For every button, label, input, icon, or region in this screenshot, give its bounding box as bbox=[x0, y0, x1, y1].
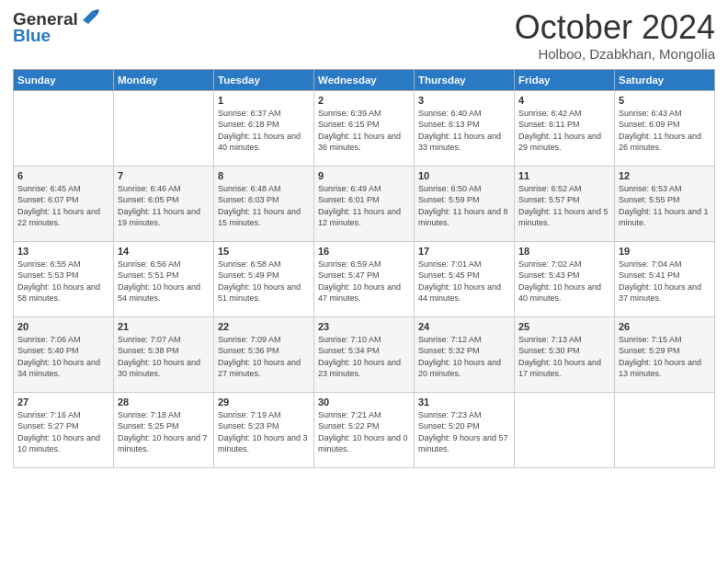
calendar-cell: 30Sunrise: 7:21 AMSunset: 5:22 PMDayligh… bbox=[314, 392, 415, 467]
calendar-cell: 10Sunrise: 6:50 AMSunset: 5:59 PMDayligh… bbox=[415, 166, 515, 241]
day-info: Sunrise: 7:07 AMSunset: 5:38 PMDaylight:… bbox=[118, 334, 210, 380]
day-number: 21 bbox=[118, 321, 210, 332]
day-number: 3 bbox=[418, 95, 510, 106]
day-number: 18 bbox=[518, 246, 610, 257]
day-info: Sunrise: 6:50 AMSunset: 5:59 PMDaylight:… bbox=[418, 183, 510, 229]
day-number: 4 bbox=[518, 95, 610, 106]
day-number: 25 bbox=[518, 321, 610, 332]
day-header-friday: Friday bbox=[515, 69, 615, 90]
calendar-cell: 17Sunrise: 7:01 AMSunset: 5:45 PMDayligh… bbox=[415, 241, 515, 316]
day-info: Sunrise: 6:42 AMSunset: 6:11 PMDaylight:… bbox=[518, 108, 610, 154]
calendar-cell: 18Sunrise: 7:02 AMSunset: 5:43 PMDayligh… bbox=[515, 241, 615, 316]
day-header-monday: Monday bbox=[114, 69, 214, 90]
calendar-cell: 2Sunrise: 6:39 AMSunset: 6:15 PMDaylight… bbox=[314, 90, 415, 166]
day-info: Sunrise: 6:59 AMSunset: 5:47 PMDaylight:… bbox=[318, 259, 410, 304]
day-info: Sunrise: 7:18 AMSunset: 5:25 PMDaylight:… bbox=[118, 409, 210, 455]
day-info: Sunrise: 7:12 AMSunset: 5:32 PMDaylight:… bbox=[418, 334, 510, 380]
day-info: Sunrise: 7:13 AMSunset: 5:30 PMDaylight:… bbox=[518, 334, 610, 380]
calendar-cell: 25Sunrise: 7:13 AMSunset: 5:30 PMDayligh… bbox=[515, 316, 615, 392]
calendar-cell: 8Sunrise: 6:48 AMSunset: 6:03 PMDaylight… bbox=[214, 166, 314, 241]
day-info: Sunrise: 6:49 AMSunset: 6:01 PMDaylight:… bbox=[318, 183, 410, 229]
calendar-cell bbox=[615, 392, 715, 467]
calendar-cell: 29Sunrise: 7:19 AMSunset: 5:23 PMDayligh… bbox=[214, 392, 314, 467]
day-number: 26 bbox=[619, 321, 711, 332]
calendar-cell: 31Sunrise: 7:23 AMSunset: 5:20 PMDayligh… bbox=[415, 392, 515, 467]
calendar-cell: 4Sunrise: 6:42 AMSunset: 6:11 PMDaylight… bbox=[515, 90, 615, 166]
day-number: 5 bbox=[619, 95, 711, 106]
header: General Blue October 2024 Holboo, Dzabkh… bbox=[13, 9, 715, 62]
calendar-cell: 9Sunrise: 6:49 AMSunset: 6:01 PMDaylight… bbox=[314, 166, 415, 241]
day-info: Sunrise: 6:43 AMSunset: 6:09 PMDaylight:… bbox=[619, 108, 711, 154]
day-number: 22 bbox=[218, 321, 310, 332]
day-info: Sunrise: 6:53 AMSunset: 5:55 PMDaylight:… bbox=[619, 183, 711, 229]
day-number: 2 bbox=[318, 95, 410, 106]
day-header-saturday: Saturday bbox=[615, 69, 715, 90]
logo: General Blue bbox=[13, 9, 99, 46]
logo-bird-icon bbox=[79, 7, 99, 28]
calendar-table: SundayMondayTuesdayWednesdayThursdayFrid… bbox=[13, 69, 715, 468]
day-number: 24 bbox=[418, 321, 510, 332]
calendar-cell: 26Sunrise: 7:15 AMSunset: 5:29 PMDayligh… bbox=[615, 316, 715, 392]
calendar-cell bbox=[515, 392, 615, 467]
day-info: Sunrise: 6:55 AMSunset: 5:53 PMDaylight:… bbox=[17, 259, 109, 304]
calendar-cell bbox=[114, 90, 214, 166]
day-info: Sunrise: 7:01 AMSunset: 5:45 PMDaylight:… bbox=[418, 259, 510, 304]
day-info: Sunrise: 7:15 AMSunset: 5:29 PMDaylight:… bbox=[619, 334, 711, 380]
day-number: 1 bbox=[218, 95, 310, 106]
calendar-cell: 12Sunrise: 6:53 AMSunset: 5:55 PMDayligh… bbox=[615, 166, 715, 241]
calendar-cell: 6Sunrise: 6:45 AMSunset: 6:07 PMDaylight… bbox=[14, 166, 114, 241]
day-info: Sunrise: 7:19 AMSunset: 5:23 PMDaylight:… bbox=[218, 409, 310, 455]
calendar-cell: 3Sunrise: 6:40 AMSunset: 6:13 PMDaylight… bbox=[415, 90, 515, 166]
day-header-wednesday: Wednesday bbox=[314, 69, 415, 90]
day-info: Sunrise: 6:46 AMSunset: 6:05 PMDaylight:… bbox=[118, 183, 210, 229]
day-number: 17 bbox=[418, 246, 510, 257]
month-title: October 2024 bbox=[515, 9, 715, 46]
day-info: Sunrise: 6:56 AMSunset: 5:51 PMDaylight:… bbox=[118, 259, 210, 304]
calendar-cell: 13Sunrise: 6:55 AMSunset: 5:53 PMDayligh… bbox=[14, 241, 114, 316]
calendar-cell: 7Sunrise: 6:46 AMSunset: 6:05 PMDaylight… bbox=[114, 166, 214, 241]
calendar-cell: 1Sunrise: 6:37 AMSunset: 6:18 PMDaylight… bbox=[214, 90, 314, 166]
day-number: 27 bbox=[17, 396, 109, 408]
day-info: Sunrise: 7:16 AMSunset: 5:27 PMDaylight:… bbox=[17, 409, 109, 455]
day-number: 9 bbox=[318, 170, 410, 181]
day-header-tuesday: Tuesday bbox=[214, 69, 314, 90]
day-number: 6 bbox=[17, 170, 109, 181]
day-number: 10 bbox=[418, 170, 510, 181]
calendar-cell: 11Sunrise: 6:52 AMSunset: 5:57 PMDayligh… bbox=[515, 166, 615, 241]
calendar-cell: 24Sunrise: 7:12 AMSunset: 5:32 PMDayligh… bbox=[415, 316, 515, 392]
calendar-cell: 21Sunrise: 7:07 AMSunset: 5:38 PMDayligh… bbox=[114, 316, 214, 392]
day-number: 8 bbox=[218, 170, 310, 181]
day-number: 15 bbox=[218, 246, 310, 257]
day-number: 19 bbox=[619, 246, 711, 257]
day-info: Sunrise: 7:04 AMSunset: 5:41 PMDaylight:… bbox=[619, 259, 711, 304]
calendar-cell: 22Sunrise: 7:09 AMSunset: 5:36 PMDayligh… bbox=[214, 316, 314, 392]
calendar-cell: 27Sunrise: 7:16 AMSunset: 5:27 PMDayligh… bbox=[14, 392, 114, 467]
day-number: 12 bbox=[619, 170, 711, 181]
day-info: Sunrise: 7:10 AMSunset: 5:34 PMDaylight:… bbox=[318, 334, 410, 380]
day-number: 23 bbox=[318, 321, 410, 332]
day-info: Sunrise: 6:40 AMSunset: 6:13 PMDaylight:… bbox=[418, 108, 510, 154]
calendar-cell: 5Sunrise: 6:43 AMSunset: 6:09 PMDaylight… bbox=[615, 90, 715, 166]
day-info: Sunrise: 7:09 AMSunset: 5:36 PMDaylight:… bbox=[218, 334, 310, 380]
day-number: 20 bbox=[17, 321, 109, 332]
calendar-cell: 23Sunrise: 7:10 AMSunset: 5:34 PMDayligh… bbox=[314, 316, 415, 392]
day-info: Sunrise: 7:02 AMSunset: 5:43 PMDaylight:… bbox=[518, 259, 610, 304]
calendar-cell: 16Sunrise: 6:59 AMSunset: 5:47 PMDayligh… bbox=[314, 241, 415, 316]
day-number: 13 bbox=[17, 246, 109, 257]
calendar-cell: 28Sunrise: 7:18 AMSunset: 5:25 PMDayligh… bbox=[114, 392, 214, 467]
day-info: Sunrise: 7:23 AMSunset: 5:20 PMDaylight:… bbox=[418, 409, 510, 455]
title-area: October 2024 Holboo, Dzabkhan, Mongolia bbox=[515, 9, 715, 62]
day-number: 14 bbox=[118, 246, 210, 257]
week-row-3: 13Sunrise: 6:55 AMSunset: 5:53 PMDayligh… bbox=[14, 241, 715, 316]
day-info: Sunrise: 6:45 AMSunset: 6:07 PMDaylight:… bbox=[17, 183, 109, 229]
location: Holboo, Dzabkhan, Mongolia bbox=[515, 46, 715, 62]
day-number: 16 bbox=[318, 246, 410, 257]
day-info: Sunrise: 6:37 AMSunset: 6:18 PMDaylight:… bbox=[218, 108, 310, 154]
day-header-thursday: Thursday bbox=[415, 69, 515, 90]
week-row-2: 6Sunrise: 6:45 AMSunset: 6:07 PMDaylight… bbox=[14, 166, 715, 241]
day-info: Sunrise: 6:39 AMSunset: 6:15 PMDaylight:… bbox=[318, 108, 410, 154]
week-row-5: 27Sunrise: 7:16 AMSunset: 5:27 PMDayligh… bbox=[14, 392, 715, 467]
day-number: 29 bbox=[218, 396, 310, 408]
day-header-sunday: Sunday bbox=[14, 69, 114, 90]
calendar-cell: 15Sunrise: 6:58 AMSunset: 5:49 PMDayligh… bbox=[214, 241, 314, 316]
